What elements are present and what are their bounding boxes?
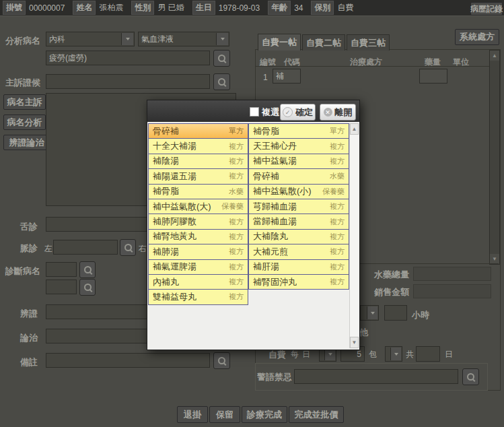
list-item[interactable]: 補中益氣湯 複方	[248, 154, 349, 169]
syndrome-label: 辨證	[20, 308, 38, 320]
chevron-down-icon[interactable]	[367, 306, 377, 319]
rx-code-input[interactable]	[273, 69, 301, 84]
list-item[interactable]: 補中益氣散(小) 保養藥	[248, 185, 349, 199]
sales-amount-label: 銷售金額	[374, 286, 409, 298]
system-prescription-button[interactable]: 系統處方	[455, 29, 499, 45]
list-item[interactable]: 補肺湯 複方	[148, 244, 248, 259]
formula-list-left: 骨碎補 單方 十全大補湯 複方 補陰湯 複方 補陽還五湯 複方 補骨脂 水藥 補…	[148, 123, 248, 305]
chief-complaint-search-button[interactable]	[213, 73, 230, 90]
diagnosis-search-button-1[interactable]	[79, 261, 96, 278]
list-item[interactable]: 十全大補湯 複方	[148, 139, 248, 154]
rx-amount-input[interactable]	[419, 69, 447, 84]
complete-and-billing-button[interactable]: 完成並批價	[289, 406, 344, 423]
multiselect-checkbox[interactable]	[250, 107, 259, 117]
gender-value: 男 已婚	[157, 2, 184, 13]
treatment-complete-button[interactable]: 診療完成	[242, 406, 287, 423]
disease-search-button[interactable]	[213, 50, 230, 67]
rx-table-scrollbar[interactable]: ▲ ▼	[489, 50, 500, 265]
pulse-left-label: 左	[44, 243, 52, 255]
chevron-down-icon[interactable]	[216, 33, 228, 45]
scroll-up-icon[interactable]: ▲	[350, 123, 359, 135]
scroll-up-icon[interactable]: ▲	[490, 51, 499, 61]
pulse-left-search-button[interactable]	[120, 239, 136, 256]
table-header-divider	[256, 66, 489, 67]
insurance-value: 自費	[337, 2, 353, 13]
list-item[interactable]: 補腎地黃丸 複方	[148, 230, 248, 244]
close-icon: ✕	[324, 108, 332, 117]
birthday-value: 1978-09-03	[219, 3, 260, 13]
list-item[interactable]: 補陽還五湯 複方	[148, 169, 248, 184]
cancel-registration-button[interactable]: 退掛	[177, 406, 208, 423]
warning-search-button[interactable]	[462, 368, 479, 385]
search-icon	[218, 78, 225, 86]
treatment-label: 論治	[20, 332, 38, 344]
category-select[interactable]: 氣血津液	[138, 32, 229, 46]
selfpay-dose-label: 自費	[268, 349, 286, 361]
search-icon	[467, 373, 474, 381]
close-button[interactable]: ✕ 離開	[320, 104, 356, 121]
medical-history-button[interactable]: 病歷記錄	[470, 2, 503, 15]
list-item[interactable]: 骨碎補 水藥	[248, 169, 349, 184]
hours-input[interactable]	[384, 305, 407, 321]
list-item[interactable]: 補氣運脾湯 複方	[148, 260, 248, 275]
disease-name-input[interactable]	[46, 51, 210, 65]
syndrome-treatment-button[interactable]: 辨證論治	[3, 135, 50, 150]
disease-complaint-button[interactable]: 病名主訴	[3, 94, 46, 110]
birthday-label: 生日	[192, 1, 215, 15]
list-item[interactable]: 大補元煎 複方	[248, 244, 349, 259]
list-item[interactable]: 內補丸 複方	[148, 275, 248, 290]
chevron-down-icon[interactable]	[390, 348, 401, 360]
list-item[interactable]: 補陰湯 複方	[148, 154, 248, 169]
category-select-value: 氣血津液	[141, 34, 174, 45]
list-item[interactable]: 補腎固沖丸 複方	[248, 275, 349, 290]
list-item[interactable]: 補骨脂 單方	[248, 123, 349, 139]
tab-selfpay-2[interactable]: 自費二帖	[302, 34, 345, 51]
list-item[interactable]: 芎歸補血湯 複方	[248, 199, 349, 214]
hours-label: 小時	[412, 309, 429, 321]
note-input[interactable]	[46, 353, 210, 368]
diagnosis-search-button-2[interactable]	[79, 279, 96, 296]
tab-selfpay-3[interactable]: 自費三帖	[347, 34, 390, 51]
department-select-value: 內科	[49, 34, 65, 45]
hours-select[interactable]	[360, 305, 379, 321]
department-select[interactable]: 內科	[46, 32, 135, 46]
list-item[interactable]: 雙補益母丸 複方	[148, 290, 248, 304]
tongue-label: 舌診	[20, 221, 38, 233]
scroll-down-icon[interactable]: ▼	[490, 254, 499, 264]
scroll-down-icon[interactable]: ▼	[350, 337, 359, 348]
list-item[interactable]: 天王補心丹 複方	[248, 139, 349, 154]
rx-row-no: 1	[263, 73, 268, 82]
dose-day-label: 日	[302, 349, 310, 360]
list-item[interactable]: 補肺阿膠散 複方	[148, 214, 248, 229]
diagnosis-code-input-2[interactable]	[46, 280, 77, 294]
dialog-scrollbar[interactable]: ▲ ▼	[349, 123, 359, 348]
search-icon	[218, 55, 225, 62]
name-label: 姓名	[73, 1, 96, 15]
age-label: 年齡	[268, 1, 291, 15]
search-icon	[84, 284, 92, 291]
diagnosis-code-input-1[interactable]	[46, 262, 77, 277]
disease-analysis-button[interactable]: 病名分析	[3, 114, 46, 130]
list-item[interactable]: 當歸補血湯 複方	[248, 214, 349, 229]
hold-button[interactable]: 保留	[209, 406, 240, 423]
list-item[interactable]: 補中益氣散(大) 保養藥	[148, 199, 248, 214]
multiselect-label: 複選	[262, 106, 279, 119]
chevron-down-icon[interactable]	[121, 33, 133, 45]
dose-unit-select[interactable]	[385, 346, 402, 362]
patient-header-bar: 掛號 00000007 姓名 張柏震 性別 男 已婚 生日 1978-09-03…	[0, 0, 504, 16]
list-item[interactable]: 補骨脂 水藥	[148, 185, 248, 199]
formula-list-right: 補骨脂 單方 天王補心丹 複方 補中益氣湯 複方 骨碎補 水藥 補中益氣散(小)…	[248, 123, 349, 290]
list-item[interactable]: 補肝湯 複方	[248, 260, 349, 275]
confirm-button[interactable]: ✓ 確定	[280, 104, 316, 121]
insurance-label: 保別	[311, 1, 334, 15]
dose-every-label: 每	[291, 349, 299, 360]
warning-input[interactable]	[294, 369, 458, 384]
note-search-button[interactable]	[213, 352, 230, 369]
list-item[interactable]: 骨碎補 單方	[148, 123, 248, 139]
pulse-left-input[interactable]	[53, 240, 118, 255]
chief-complaint-input[interactable]	[46, 74, 210, 89]
dose-days-input[interactable]	[416, 346, 440, 362]
name-value: 張柏震	[99, 2, 123, 13]
list-item[interactable]: 大補陰丸 複方	[248, 230, 349, 244]
tab-selfpay-1[interactable]: 自費一帖	[258, 34, 301, 51]
